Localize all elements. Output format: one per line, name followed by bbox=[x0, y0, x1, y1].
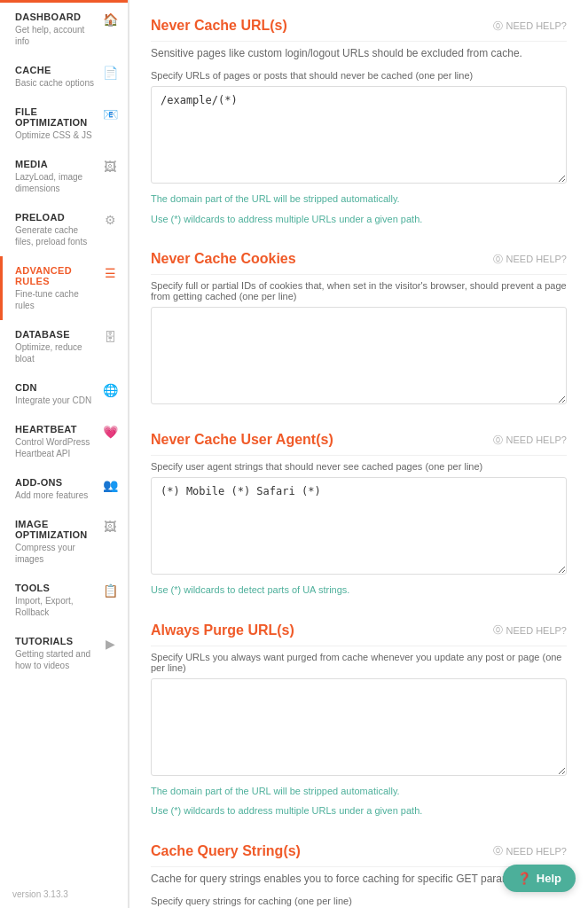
sidebar-item-cache[interactable]: CACHE Basic cache options 📄 bbox=[0, 56, 128, 98]
sidebar-item-icon-image-optimization: 🖼 bbox=[101, 519, 119, 534]
sidebar-item-subtitle-preload: Generate cache files, preload fonts bbox=[15, 224, 96, 247]
sidebar-item-subtitle-tutorials: Getting started and how to videos bbox=[15, 648, 96, 671]
field-label-cache-query-strings: Specify query strings for caching (one p… bbox=[151, 896, 567, 906]
sidebar-item-media[interactable]: MEDIA LazyLoad, image dimensions 🖼 bbox=[0, 150, 128, 203]
section-always-purge-urls: Always Purge URL(s) ⓪ NEED HELP? Specify… bbox=[151, 622, 567, 818]
sidebar-item-text-tools: TOOLS Import, Export, Rollback bbox=[15, 583, 101, 618]
sidebar-item-icon-database: 🗄 bbox=[101, 329, 119, 344]
help-circle-icon-always-purge-urls: ⓪ bbox=[493, 623, 503, 637]
hint-text-never-cache-user-agent: Use (*) wildcards to detect parts of UA … bbox=[151, 583, 567, 598]
section-title-never-cache-urls: Never Cache URL(s) bbox=[151, 18, 287, 34]
need-help-never-cache-user-agent[interactable]: ⓪ NEED HELP? bbox=[493, 434, 567, 447]
sidebar-item-preload[interactable]: PRELOAD Generate cache files, preload fo… bbox=[0, 203, 128, 256]
sidebar-item-database[interactable]: DATABASE Optimize, reduce bloat 🗄 bbox=[0, 320, 128, 373]
sidebar-item-advanced-rules[interactable]: ADVANCED RULES Fine-tune cache rules ☰ ➡ bbox=[0, 256, 128, 320]
help-fab[interactable]: ❓ Help bbox=[503, 865, 576, 892]
sidebar-item-title-tools: TOOLS bbox=[15, 583, 96, 593]
section-title-cache-query-strings: Cache Query String(s) bbox=[151, 843, 301, 859]
section-header-never-cache-user-agent: Never Cache User Agent(s) ⓪ NEED HELP? bbox=[151, 432, 567, 456]
textarea-always-purge-urls[interactable] bbox=[151, 678, 567, 776]
section-header-cache-query-strings: Cache Query String(s) ⓪ NEED HELP? bbox=[151, 843, 567, 867]
sidebar-item-dashboard[interactable]: DASHBOARD Get help, account info 🏠 bbox=[0, 3, 128, 56]
hint-text-always-purge-urls: The domain part of the URL will be strip… bbox=[151, 784, 567, 799]
sidebar-version: version 3.13.3 bbox=[0, 881, 128, 908]
sidebar-item-subtitle-cdn: Integrate your CDN bbox=[15, 395, 96, 406]
need-help-never-cache-cookies[interactable]: ⓪ NEED HELP? bbox=[493, 253, 567, 266]
sidebar-item-subtitle-image-optimization: Compress your images bbox=[15, 542, 96, 565]
sidebar-item-heartbeat[interactable]: HEARTBEAT Control WordPress Heartbeat AP… bbox=[0, 415, 128, 468]
sidebar-item-text-media: MEDIA LazyLoad, image dimensions bbox=[15, 159, 101, 194]
sidebar-item-icon-preload: ⚙ bbox=[101, 212, 119, 227]
sidebar-item-text-preload: PRELOAD Generate cache files, preload fo… bbox=[15, 212, 101, 247]
content-area: Never Cache URL(s) ⓪ NEED HELP? Sensitiv… bbox=[129, 0, 588, 908]
sidebar-item-image-optimization[interactable]: IMAGE OPTIMIZATION Compress your images … bbox=[0, 510, 128, 574]
sidebar-item-icon-tutorials: ▶ bbox=[101, 636, 119, 651]
textarea-never-cache-cookies[interactable] bbox=[151, 307, 567, 404]
sidebar-item-title-cdn: CDN bbox=[15, 382, 96, 393]
help-circle-icon-never-cache-cookies: ⓪ bbox=[493, 253, 503, 266]
sidebar-item-text-cache: CACHE Basic cache options bbox=[15, 65, 101, 89]
section-header-never-cache-cookies: Never Cache Cookies ⓪ NEED HELP? bbox=[151, 251, 567, 275]
help-circle-icon-cache-query-strings: ⓪ bbox=[493, 844, 503, 857]
hint-text-never-cache-urls: Use (*) wildcards to address multiple UR… bbox=[151, 212, 567, 227]
section-header-never-cache-urls: Never Cache URL(s) ⓪ NEED HELP? bbox=[151, 18, 567, 42]
sidebar-item-subtitle-dashboard: Get help, account info bbox=[15, 24, 96, 47]
main-content: Never Cache URL(s) ⓪ NEED HELP? Sensitiv… bbox=[129, 0, 588, 908]
sidebar-item-title-heartbeat: HEARTBEAT bbox=[15, 424, 96, 434]
section-header-always-purge-urls: Always Purge URL(s) ⓪ NEED HELP? bbox=[151, 622, 567, 646]
section-title-always-purge-urls: Always Purge URL(s) bbox=[151, 622, 294, 638]
section-title-never-cache-user-agent: Never Cache User Agent(s) bbox=[151, 432, 333, 448]
sidebar-item-subtitle-media: LazyLoad, image dimensions bbox=[15, 171, 96, 194]
sidebar-item-title-file-optimization: FILE OPTIMIZATION bbox=[15, 106, 96, 128]
field-label-never-cache-urls: Specify URLs of pages or posts that shou… bbox=[151, 70, 567, 81]
need-help-always-purge-urls[interactable]: ⓪ NEED HELP? bbox=[493, 623, 567, 637]
sidebar-item-title-preload: PRELOAD bbox=[15, 212, 96, 223]
sidebar-item-text-image-optimization: IMAGE OPTIMIZATION Compress your images bbox=[15, 519, 101, 565]
sidebar-item-icon-cdn: 🌐 bbox=[101, 382, 119, 397]
sidebar-item-subtitle-add-ons: Add more features bbox=[15, 489, 96, 501]
sidebar-item-title-database: DATABASE bbox=[15, 329, 96, 340]
hint-text-always-purge-urls: Use (*) wildcards to address multiple UR… bbox=[151, 803, 567, 818]
need-help-cache-query-strings[interactable]: ⓪ NEED HELP? bbox=[493, 844, 567, 857]
textarea-wrapper-never-cache-cookies bbox=[151, 307, 567, 407]
textarea-never-cache-user-agent[interactable]: (*) Mobile (*) Safari (*) bbox=[151, 477, 567, 575]
help-circle-icon-never-cache-urls: ⓪ bbox=[493, 20, 503, 33]
sidebar-item-text-add-ons: ADD-ONS Add more features bbox=[15, 477, 101, 501]
sidebar-item-subtitle-heartbeat: Control WordPress Heartbeat API bbox=[15, 436, 96, 459]
sidebar: DASHBOARD Get help, account info 🏠 CACHE… bbox=[0, 0, 129, 908]
sidebar-item-add-ons[interactable]: ADD-ONS Add more features 👥 bbox=[0, 468, 128, 510]
help-icon: ❓ bbox=[517, 872, 531, 885]
sidebar-item-text-database: DATABASE Optimize, reduce bloat bbox=[15, 329, 101, 364]
sidebar-item-file-optimization[interactable]: FILE OPTIMIZATION Optimize CSS & JS 📧 bbox=[0, 98, 128, 150]
sidebar-item-title-image-optimization: IMAGE OPTIMIZATION bbox=[15, 519, 96, 540]
need-help-never-cache-urls[interactable]: ⓪ NEED HELP? bbox=[493, 20, 567, 33]
textarea-wrapper-never-cache-urls: /example/(*) bbox=[151, 86, 567, 186]
sidebar-item-title-tutorials: TUTORIALS bbox=[15, 636, 96, 646]
section-never-cache-cookies: Never Cache Cookies ⓪ NEED HELP? Specify… bbox=[151, 251, 567, 407]
sidebar-item-tutorials[interactable]: TUTORIALS Getting started and how to vid… bbox=[0, 627, 128, 680]
sidebar-item-icon-advanced-rules: ☰ bbox=[101, 265, 119, 280]
sidebar-item-text-heartbeat: HEARTBEAT Control WordPress Heartbeat AP… bbox=[15, 424, 101, 459]
sidebar-item-icon-tools: 📋 bbox=[101, 583, 119, 598]
textarea-wrapper-always-purge-urls bbox=[151, 678, 567, 779]
sidebar-item-icon-file-optimization: 📧 bbox=[101, 106, 119, 121]
sidebar-item-text-dashboard: DASHBOARD Get help, account info bbox=[15, 12, 101, 47]
sidebar-item-title-advanced-rules: ADVANCED RULES bbox=[15, 265, 96, 286]
sidebar-item-subtitle-advanced-rules: Fine-tune cache rules bbox=[15, 288, 96, 311]
field-label-always-purge-urls: Specify URLs you always want purged from… bbox=[151, 652, 567, 673]
section-never-cache-user-agent: Never Cache User Agent(s) ⓪ NEED HELP? S… bbox=[151, 432, 567, 598]
field-label-never-cache-user-agent: Specify user agent strings that should n… bbox=[151, 461, 567, 472]
sidebar-item-title-dashboard: DASHBOARD bbox=[15, 12, 96, 22]
hint-text-never-cache-urls: The domain part of the URL will be strip… bbox=[151, 192, 567, 207]
sidebar-item-icon-dashboard: 🏠 bbox=[101, 12, 119, 27]
help-label: Help bbox=[537, 872, 561, 885]
sidebar-item-title-media: MEDIA bbox=[15, 159, 96, 169]
sidebar-item-text-file-optimization: FILE OPTIMIZATION Optimize CSS & JS bbox=[15, 106, 101, 141]
help-circle-icon-never-cache-user-agent: ⓪ bbox=[493, 434, 503, 447]
sidebar-item-text-advanced-rules: ADVANCED RULES Fine-tune cache rules bbox=[15, 265, 101, 311]
sidebar-item-cdn[interactable]: CDN Integrate your CDN 🌐 bbox=[0, 373, 128, 415]
textarea-never-cache-urls[interactable]: /example/(*) bbox=[151, 86, 567, 184]
textarea-wrapper-never-cache-user-agent: (*) Mobile (*) Safari (*) bbox=[151, 477, 567, 577]
sidebar-item-tools[interactable]: TOOLS Import, Export, Rollback 📋 bbox=[0, 574, 128, 627]
sidebar-item-title-add-ons: ADD-ONS bbox=[15, 477, 96, 488]
